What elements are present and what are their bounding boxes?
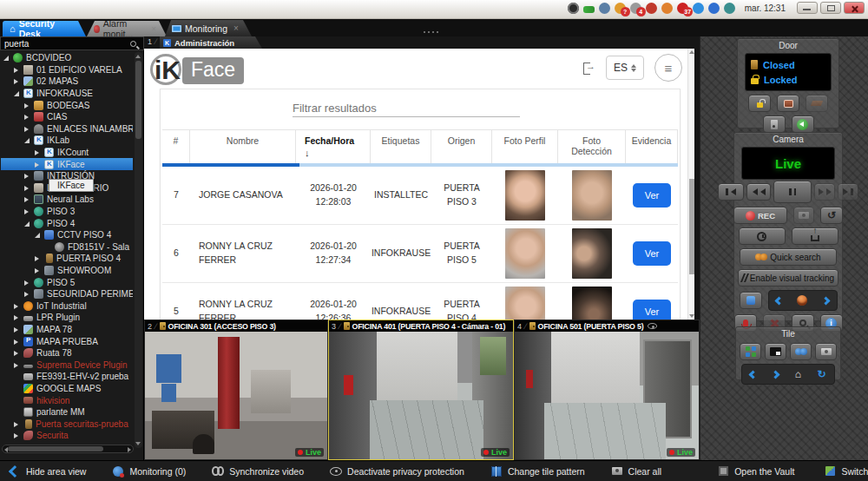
expand-arrow-icon[interactable] <box>24 101 32 110</box>
monitor-button[interactable] <box>765 343 786 360</box>
expand-arrow-icon[interactable] <box>35 266 43 275</box>
drag-handle-dots[interactable] <box>424 31 438 33</box>
speaker-icon[interactable] <box>693 3 704 14</box>
collapse-arrow-icon[interactable] <box>24 219 32 228</box>
expand-arrow-icon[interactable] <box>14 348 22 358</box>
tree-item-suprema-device-plugin[interactable]: Suprema Device Plugin <box>1 359 133 371</box>
tree-vertical-scrollbar[interactable] <box>135 52 142 448</box>
camera-tile-3[interactable]: 3/OFICINA 401 (PUERTA PISO 4 - Cámara - … <box>328 320 514 460</box>
tree-item-ikface[interactable]: IKFace <box>1 158 133 170</box>
tree-item-piso-4[interactable]: PISO 4 <box>1 217 133 229</box>
language-selector[interactable]: ES <box>606 56 644 80</box>
collapse-arrow-icon[interactable] <box>3 53 11 63</box>
logout-icon[interactable] <box>583 62 595 74</box>
tree-item-showroom[interactable]: SHOWROOM <box>1 265 133 277</box>
tree-item-cias[interactable]: CIAS <box>1 111 133 123</box>
column-header-fecha-hora[interactable]: Fecha/Hora↓ <box>296 129 371 163</box>
monitor-alarms-button[interactable] <box>790 343 812 360</box>
statusbar-synchronize-video[interactable]: Synchronize video <box>212 465 304 478</box>
shunt-reader-button[interactable] <box>763 115 786 133</box>
tree-item-piso-3[interactable]: PISO 3 <box>1 206 133 218</box>
quick-search-button[interactable]: Quick search <box>740 248 837 266</box>
ptz-camera-icon[interactable] <box>797 295 807 306</box>
tree-item-parlante-mm[interactable]: parlante MM <box>1 406 133 418</box>
statusbar-switch-to-map-mode[interactable]: Switch to map mode <box>824 465 868 478</box>
tree-item-fd8151v-sala[interactable]: FD8151V - Sala <box>1 241 133 254</box>
expand-arrow-icon[interactable] <box>14 313 22 322</box>
loop-playback-button[interactable]: ↺ <box>820 207 843 224</box>
column-header-[interactable]: # <box>162 129 190 163</box>
collapse-arrow-icon[interactable] <box>14 89 22 98</box>
expand-arrow-icon[interactable] <box>24 124 32 134</box>
tree-item-cctv-piso-4[interactable]: CCTV PISO 4 <box>1 229 133 241</box>
ver-button[interactable]: Ver <box>633 183 671 208</box>
restore-button[interactable] <box>820 2 841 14</box>
previous-content-button[interactable] <box>749 370 758 379</box>
next-camera-button[interactable] <box>821 296 830 305</box>
expand-arrow-icon[interactable] <box>35 254 43 263</box>
home-icon[interactable]: ⌂ <box>795 370 801 379</box>
camera-tile-4[interactable]: 4/OFICINA 501 (PUERTA PISO 5)Live <box>514 320 700 460</box>
expand-arrow-icon[interactable] <box>24 171 32 181</box>
expand-arrow-icon[interactable] <box>14 325 22 334</box>
tree-item-securita[interactable]: Securita <box>1 430 133 442</box>
expand-arrow-icon[interactable] <box>24 289 32 299</box>
tree-horizontal-scrollbar[interactable] <box>2 445 134 453</box>
statusbar-deactivate-privacy-protection[interactable]: Deactivate privacy protection <box>330 465 464 478</box>
forgive-antipassback-button[interactable] <box>792 115 814 133</box>
app-tab-monitoring[interactable]: Monitoring× <box>165 20 252 36</box>
tree-item-piso-5[interactable]: PISO 5 <box>1 276 133 288</box>
visual-tracking-button[interactable]: Enable visual tracking <box>738 269 838 287</box>
ver-button[interactable]: Ver <box>633 300 671 320</box>
tree-item-mapa-prueba[interactable]: MAPA PRUEBA <box>1 335 133 347</box>
tree-item-ikcount[interactable]: IKCount <box>1 147 133 159</box>
stats-icon[interactable] <box>724 3 735 14</box>
tree-item-enlaces-inalambricos[interactable]: ENLACES INALAMBRICOS <box>1 123 133 135</box>
ver-button[interactable]: Ver <box>633 241 671 266</box>
tree-item-infokrause[interactable]: INFOKRAUSE <box>1 88 133 100</box>
column-header-nombre[interactable]: Nombre <box>190 129 296 163</box>
tree-item-bcdvideo[interactable]: BCDVIDEO <box>1 52 133 64</box>
tile-tab-administracion[interactable]: K Administración <box>160 36 262 49</box>
close-tab-icon[interactable]: × <box>233 23 239 33</box>
tree-item-ruata-78[interactable]: Ruata 78 <box>1 347 133 359</box>
tree-item-iklab[interactable]: IKLab <box>1 135 133 147</box>
alerts-icon[interactable]: 37 <box>677 3 688 14</box>
expand-arrow-icon[interactable] <box>24 207 32 216</box>
column-header-foto-detecci-n[interactable]: Foto Detección <box>558 129 626 163</box>
rewind-button[interactable] <box>746 183 771 201</box>
digital-zoom-button[interactable] <box>740 292 762 309</box>
tree-item-google-maps[interactable]: GOOGLE MAPS <box>1 383 133 395</box>
tree-item-hikvision[interactable]: hikvision <box>1 394 133 406</box>
door-camera-button[interactable] <box>777 95 799 112</box>
filter-input[interactable] <box>293 100 520 117</box>
expand-arrow-icon[interactable] <box>14 419 22 429</box>
expand-arrow-icon[interactable] <box>35 160 43 169</box>
expand-arrow-icon[interactable] <box>14 360 22 370</box>
tree-item-puerta-piso-4[interactable]: PUERTA PISO 4 <box>1 253 133 265</box>
statusbar-open-the-vault[interactable]: Open the Vault <box>717 465 794 478</box>
search-icon[interactable] <box>130 41 136 47</box>
network-wave-icon[interactable] <box>583 6 595 13</box>
statusbar-change-tile-pattern[interactable]: Change tile pattern <box>490 465 585 478</box>
statusbar-monitoring-0[interactable]: Monitoring (0) <box>112 465 186 478</box>
next-content-button[interactable] <box>772 370 780 379</box>
user-session-icon[interactable] <box>646 3 657 14</box>
tree-item-02-mapas[interactable]: 02 MAPAS <box>1 76 133 88</box>
sound-horn-icon[interactable] <box>661 3 673 14</box>
close-tab-icon[interactable]: × <box>151 24 156 34</box>
collapse-arrow-icon[interactable] <box>24 135 32 145</box>
menu-button[interactable]: ≡ <box>654 54 682 82</box>
column-header-etiquetas[interactable]: Etiquetas <box>371 129 431 163</box>
expand-arrow-icon[interactable] <box>24 183 32 193</box>
globe-icon[interactable] <box>708 3 720 14</box>
fast-forward-button[interactable] <box>814 183 835 201</box>
remote-support-icon[interactable] <box>599 3 610 14</box>
previous-camera-button[interactable] <box>775 296 784 305</box>
tree-item-seguridad-perimetral[interactable]: SEGURIDAD PERIMETRAL <box>1 288 133 300</box>
app-logo-icon[interactable] <box>568 3 579 14</box>
pause-button[interactable] <box>773 181 812 203</box>
shield-icon[interactable]: ? <box>615 3 626 14</box>
expand-arrow-icon[interactable] <box>14 301 22 311</box>
tree-item-puerta-securitas-prueba[interactable]: Puerta securitas-prueba <box>1 418 133 430</box>
